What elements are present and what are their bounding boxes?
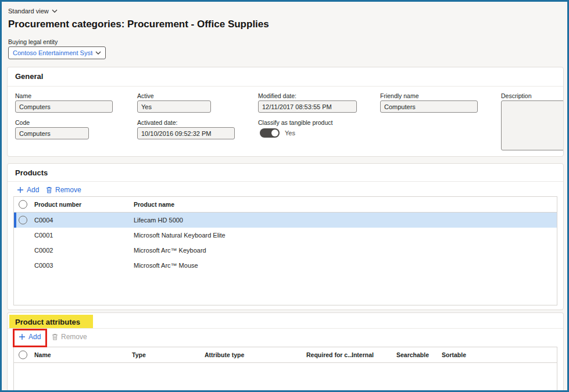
product-number-cell: C0003 [34,262,53,269]
code-label: Code [15,119,30,126]
classify-tangible-toggle[interactable] [260,128,280,138]
attributes-add-button[interactable]: Add [19,333,41,341]
name-label: Name [15,92,31,99]
friendly-name-input[interactable] [380,100,478,113]
plus-icon [19,333,26,340]
product-number-cell: C0004 [34,217,53,224]
products-section: Products Add Remove Product number Produ… [7,163,564,310]
attributes-remove-label: Remove [61,333,87,341]
modified-date-label: Modified date: [258,92,296,99]
description-label: Description [501,92,532,99]
column-searchable[interactable]: Searchable [396,351,429,358]
product-name-cell: Microsoft Arc™ Keyboard [134,247,206,254]
column-attribute-type[interactable]: Attribute type [205,351,244,358]
select-all-radio[interactable] [19,351,27,359]
trash-icon [52,333,58,340]
products-add-label: Add [27,186,39,194]
trash-icon [46,186,52,193]
product-attributes-section: Product attributes Add Remove Name Type … [7,312,564,392]
column-type[interactable]: Type [132,351,146,358]
chevron-down-icon [95,51,101,55]
modified-date-input[interactable] [258,100,357,113]
general-section: General Name Code Active Activated date:… [7,67,564,157]
product-row[interactable]: C0002 Microsoft Arc™ Keyboard [14,243,557,258]
active-input[interactable] [137,100,211,113]
column-product-name[interactable]: Product name [134,201,174,208]
selected-row-bar [14,213,16,228]
classify-tangible-label: Classify as tangible product [258,119,332,126]
products-remove-label: Remove [55,186,81,194]
products-add-button[interactable]: Add [17,186,39,194]
products-remove-button[interactable]: Remove [46,186,81,194]
attributes-grid: Name Type Attribute type Required for c.… [13,347,557,392]
code-input[interactable] [15,127,89,139]
product-attributes-section-title[interactable]: Product attributes [15,318,80,326]
buying-legal-entity-label: Buying legal entity [8,38,58,45]
active-label: Active [137,92,154,99]
products-grid-header: Product number Product name [14,197,557,213]
plus-icon [17,186,24,193]
product-row[interactable]: C0001 Microsoft Natural Keyboard Elite [14,228,557,243]
product-number-cell: C0002 [34,247,53,254]
column-name[interactable]: Name [34,351,51,358]
column-product-number[interactable]: Product number [34,201,81,208]
product-row[interactable]: C0004 Lifecam HD 5000 [14,213,557,228]
product-name-cell: Lifecam HD 5000 [134,217,183,224]
view-selector[interactable]: Standard view [8,8,58,15]
activated-date-input[interactable] [137,127,235,139]
attributes-remove-button[interactable]: Remove [52,333,87,341]
row-radio[interactable] [19,216,27,225]
attributes-grid-header: Name Type Attribute type Required for c.… [14,347,557,363]
select-all-radio[interactable] [19,200,27,209]
column-required[interactable]: Required for c... [306,351,353,358]
procurement-category-page: Standard view Procurement categories: Pr… [0,0,569,392]
product-name-cell: Microsoft Natural Keyboard Elite [134,232,226,239]
page-title: Procurement categories: Procurement - Of… [8,19,269,30]
divider [8,181,563,182]
products-section-title[interactable]: Products [15,168,48,177]
column-internal[interactable]: Internal [352,351,374,358]
general-section-title[interactable]: General [15,72,43,81]
activated-date-label: Activated date: [137,119,177,126]
product-row[interactable]: C0003 Microsoft Arc™ Mouse [14,258,557,273]
friendly-name-label: Friendly name [380,92,419,99]
description-textarea[interactable] [501,100,564,150]
chevron-down-icon [52,9,58,13]
divider [8,328,563,329]
column-sortable[interactable]: Sortable [442,351,466,358]
buying-legal-entity-select[interactable]: Contoso Entertainment Syste... [8,46,106,59]
product-number-cell: C0001 [34,232,53,239]
products-grid: Product number Product name C0004 Lifeca… [13,196,557,305]
divider [8,86,563,87]
product-name-cell: Microsoft Arc™ Mouse [134,262,198,269]
classify-tangible-state: Yes [285,130,295,136]
name-input[interactable] [15,100,113,113]
attributes-add-label: Add [28,333,41,341]
toggle-knob [271,130,278,136]
buying-legal-entity-value: Contoso Entertainment Syste... [13,49,93,56]
view-selector-label: Standard view [8,8,49,15]
